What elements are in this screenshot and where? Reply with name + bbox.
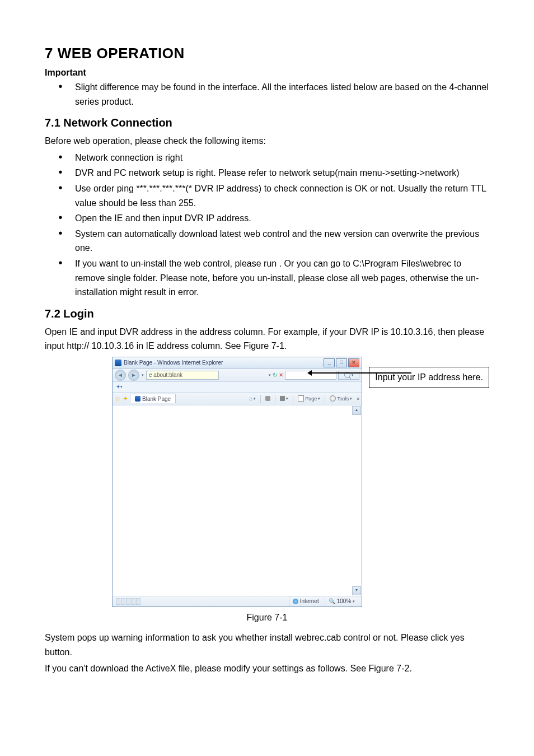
- zoom-dropdown-icon: ▾: [353, 599, 355, 604]
- scrollbar-down-button[interactable]: ▾: [352, 586, 361, 595]
- zoom-value: 100%: [337, 598, 352, 604]
- post-figure-paragraph-2: If you can't download the ActiveX file, …: [45, 661, 489, 676]
- refresh-icon[interactable]: ↻: [273, 372, 277, 378]
- progress-indicator: [116, 598, 140, 605]
- window-title: Blank Page - Windows Internet Explorer: [124, 360, 223, 366]
- ie-icon: [115, 360, 121, 366]
- back-button[interactable]: ◄: [115, 370, 126, 381]
- forward-button[interactable]: ►: [128, 370, 139, 381]
- page-menu-button[interactable]: Page▾: [296, 394, 322, 403]
- address-value: about:blank: [153, 372, 182, 378]
- tools-menu-button[interactable]: Tools▾: [327, 394, 354, 403]
- feeds-button[interactable]: [263, 394, 273, 403]
- close-button[interactable]: ✕: [348, 358, 359, 367]
- internet-zone-icon: [293, 599, 298, 604]
- address-dropdown-icon[interactable]: ▾: [269, 373, 271, 377]
- bullet-item: System can automatically download latest…: [64, 227, 489, 255]
- callout-arrow: [311, 372, 411, 374]
- callout-box: Input your IP address here.: [369, 367, 489, 388]
- nav-dropdown-icon[interactable]: ▾: [142, 373, 144, 377]
- links-dropdown-icon[interactable]: ▾: [120, 385, 123, 389]
- address-bar[interactable]: e about:blank: [146, 371, 219, 380]
- zoom-icon: 🔍: [329, 598, 335, 604]
- ie-nav-row: ◄ ► ▾ e about:blank ▾ ↻ ✕ ▾: [113, 369, 362, 382]
- figure-7-1: Blank Page - Windows Internet Explorer _…: [45, 357, 489, 607]
- post-figure-paragraph-1: System pops up warning information to as…: [45, 631, 489, 659]
- scrollbar-up-button[interactable]: ▴: [352, 406, 361, 415]
- bullet-item: Slight difference may be found in the in…: [64, 80, 489, 109]
- important-label: Important: [45, 68, 489, 78]
- zoom-control[interactable]: 🔍 100% ▾: [325, 596, 359, 606]
- browser-tab[interactable]: Blank Page: [130, 394, 176, 403]
- important-bullets: Slight difference may be found in the in…: [45, 80, 489, 109]
- figure-caption: Figure 7-1: [45, 613, 489, 623]
- chapter-heading: 7 WEB OPERATION: [45, 45, 489, 62]
- tools-menu-label: Tools: [337, 396, 349, 402]
- maximize-button[interactable]: □: [336, 358, 347, 367]
- bullet-item: If you want to un-install the web contro…: [64, 256, 489, 300]
- status-zone-label: Internet: [300, 598, 319, 604]
- stop-icon[interactable]: ✕: [279, 372, 283, 378]
- ie-status-bar: Internet 🔍 100% ▾: [113, 596, 362, 606]
- ie-titlebar: Blank Page - Windows Internet Explorer _…: [113, 357, 362, 369]
- chevron-right-icon[interactable]: »: [357, 396, 359, 402]
- bullet-item: DVR and PC network setup is right. Pleas…: [64, 166, 489, 180]
- page-menu-label: Page: [305, 396, 317, 402]
- ie-content-area: ▴ ▾: [113, 405, 362, 596]
- tab-label: Blank Page: [142, 396, 171, 402]
- minimize-button[interactable]: _: [324, 358, 335, 367]
- bullet-item: Open the IE and then input DVR IP addres…: [64, 211, 489, 226]
- security-zone: Internet: [289, 596, 322, 606]
- callout-text: Input your IP address here.: [375, 372, 483, 382]
- bullet-item: Network connection is right: [64, 151, 489, 165]
- ie-tab-row: ☆ ✦ Blank Page ⌂▾ ▾ Page▾ Tools▾ »: [113, 393, 362, 405]
- section-heading-network-connection: 7.1 Network Connection: [45, 116, 489, 129]
- favorites-center-icon[interactable]: ☆: [115, 395, 121, 403]
- home-button[interactable]: ⌂▾: [247, 394, 258, 403]
- ie-window: Blank Page - Windows Internet Explorer _…: [112, 357, 362, 607]
- intro-paragraph: Before web operation, please check the f…: [45, 134, 489, 148]
- section-heading-login: 7.2 Login: [45, 307, 489, 320]
- bullet-item: Use order ping ***.***.***.***(* DVR IP …: [64, 181, 489, 210]
- add-favorites-icon[interactable]: ✦: [123, 395, 128, 403]
- tab-ie-icon: [135, 396, 140, 402]
- ie-links-bar: ✦ ▾: [113, 382, 362, 393]
- print-button[interactable]: ▾: [278, 394, 291, 403]
- login-paragraph: Open IE and input DVR address in the add…: [45, 325, 489, 353]
- network-connection-bullets: Network connection is right DVR and PC n…: [45, 151, 489, 300]
